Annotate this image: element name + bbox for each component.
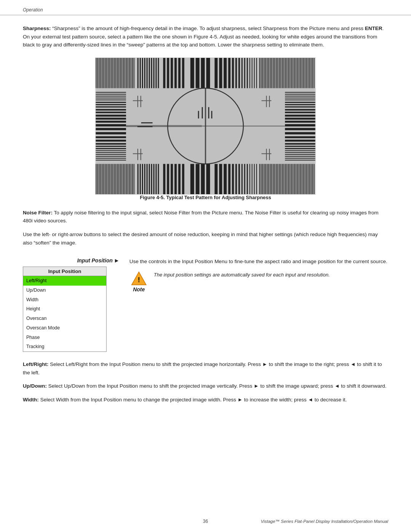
- svg-rect-159: [261, 164, 261, 194]
- menu-item-height[interactable]: Height: [23, 304, 106, 314]
- svg-rect-196: [96, 94, 126, 94]
- svg-rect-151: [241, 164, 242, 194]
- menu-item-width[interactable]: Width: [23, 295, 106, 305]
- svg-rect-95: [311, 58, 311, 88]
- svg-rect-174: [284, 164, 284, 194]
- page-container: Operation Sharpness: “Sharpness” is the …: [0, 0, 411, 532]
- up-down-body: Select Up/Down from the Input Position m…: [48, 383, 387, 389]
- svg-rect-256: [141, 122, 153, 123]
- left-right-title: Left/Right:: [23, 361, 48, 367]
- svg-rect-263: [266, 96, 267, 107]
- menu-item-phase[interactable]: Phase: [23, 333, 106, 342]
- svg-rect-13: [114, 58, 115, 88]
- svg-rect-30: [144, 58, 145, 88]
- svg-rect-26: [134, 58, 134, 88]
- svg-rect-215: [96, 148, 126, 149]
- svg-rect-45: [201, 58, 205, 88]
- svg-rect-258: [126, 125, 202, 127]
- svg-rect-104: [105, 164, 105, 194]
- svg-rect-229: [285, 106, 315, 107]
- svg-rect-152: [244, 164, 245, 194]
- svg-rect-230: [285, 109, 315, 110]
- left-right-paragraph: Left/Right: Select Left/Right from the I…: [23, 360, 388, 377]
- svg-rect-33: [151, 58, 152, 88]
- svg-rect-223: [285, 94, 315, 94]
- svg-rect-226: [285, 99, 315, 100]
- svg-rect-143: [206, 164, 210, 194]
- svg-rect-83: [293, 58, 293, 88]
- menu-item-tracking[interactable]: Tracking: [23, 342, 106, 351]
- svg-rect-22: [127, 58, 128, 88]
- svg-rect-34: [153, 58, 155, 88]
- svg-rect-167: [273, 164, 274, 194]
- svg-rect-241: [285, 145, 315, 147]
- svg-rect-206: [96, 118, 126, 120]
- svg-rect-139: [182, 164, 184, 194]
- svg-rect-216: [96, 150, 126, 151]
- svg-rect-63: [262, 58, 263, 88]
- svg-rect-203: [96, 109, 126, 110]
- svg-rect-111: [115, 164, 116, 194]
- width-paragraph: Width: Select Width from the Input Posit…: [23, 396, 388, 404]
- svg-rect-165: [270, 164, 271, 194]
- svg-rect-252: [202, 107, 203, 118]
- svg-rect-221: [96, 160, 126, 160]
- svg-rect-27: [137, 58, 139, 88]
- svg-rect-58: [252, 58, 252, 88]
- svg-rect-225: [285, 97, 315, 98]
- svg-rect-197: [96, 96, 126, 96]
- svg-rect-75: [280, 58, 281, 88]
- noise-filter-paragraph2: Use the left- or right-arrow buttons to …: [23, 230, 388, 247]
- svg-rect-234: [285, 121, 315, 123]
- svg-rect-67: [268, 58, 269, 88]
- menu-item-left-right[interactable]: Left/Right: [23, 276, 106, 286]
- svg-rect-270: [261, 153, 271, 154]
- svg-rect-82: [291, 58, 292, 88]
- svg-rect-11: [111, 58, 112, 88]
- menu-item-overscan-mode[interactable]: Overscan Mode: [23, 323, 106, 333]
- left-right-body: Select Left/Right from the Input Positio…: [23, 361, 382, 375]
- svg-rect-202: [96, 106, 126, 107]
- width-title: Width:: [23, 397, 39, 403]
- svg-rect-222: [285, 92, 315, 93]
- svg-rect-140: [190, 164, 194, 194]
- svg-rect-247: [285, 158, 315, 158]
- svg-rect-52: [236, 58, 237, 88]
- svg-rect-136: [171, 164, 173, 194]
- page-header: Operation: [0, 0, 411, 15]
- svg-rect-195: [96, 92, 126, 93]
- svg-rect-47: [215, 58, 218, 88]
- figure-caption: Figure 4-5. Typical Test Pattern for Adj…: [95, 195, 316, 200]
- svg-rect-137: [174, 164, 177, 194]
- svg-rect-214: [96, 145, 126, 147]
- svg-rect-80: [288, 58, 289, 88]
- svg-rect-193: [312, 164, 313, 194]
- svg-rect-114: [120, 164, 121, 194]
- svg-rect-189: [306, 164, 307, 194]
- menu-item-up-down[interactable]: Up/Down: [23, 286, 106, 295]
- svg-rect-51: [232, 58, 234, 88]
- svg-rect-162: [265, 164, 266, 194]
- svg-rect-23: [129, 58, 130, 88]
- svg-rect-268: [140, 149, 141, 160]
- svg-rect-81: [290, 58, 290, 88]
- svg-rect-251: [198, 111, 199, 118]
- noise-filter-paragraph: Noise Filter: To apply noise filtering t…: [23, 209, 388, 225]
- svg-rect-192: [311, 164, 311, 194]
- figure-caption-text: Figure 4-5. Typical Test Pattern for Adj…: [140, 195, 271, 200]
- menu-item-overscan[interactable]: Overscan: [23, 314, 106, 323]
- page-number: 36: [203, 519, 208, 524]
- svg-rect-100: [99, 164, 100, 194]
- svg-rect-164: [268, 164, 269, 194]
- svg-rect-74: [279, 58, 280, 88]
- svg-rect-163: [267, 164, 268, 194]
- svg-rect-248: [285, 160, 315, 160]
- footer-title: Vistage™ Series Flat-Panel Display Insta…: [261, 519, 388, 524]
- svg-rect-20: [124, 58, 125, 88]
- svg-rect-146: [224, 164, 227, 194]
- svg-rect-98: [96, 164, 97, 194]
- svg-rect-43: [190, 58, 194, 88]
- svg-rect-78: [285, 58, 286, 88]
- svg-rect-21: [126, 58, 127, 88]
- input-position-heading-text: Input Position: [77, 257, 113, 264]
